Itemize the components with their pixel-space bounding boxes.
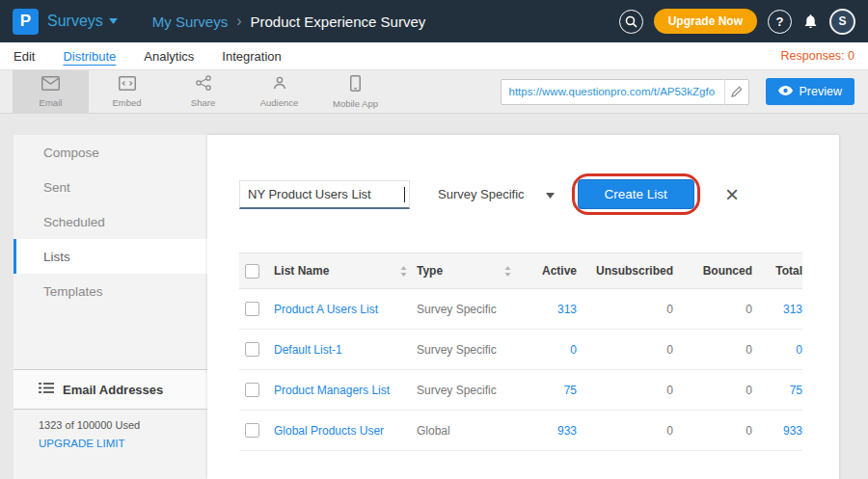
tab-analytics[interactable]: Analytics [144, 49, 194, 64]
survey-url-input[interactable] [501, 79, 749, 105]
embed-icon [119, 76, 136, 94]
create-list-button[interactable]: Create List [578, 179, 694, 209]
row-check-cell [239, 342, 274, 357]
unsubscribed-count: 0 [577, 303, 673, 316]
questionpro-logo[interactable]: P [13, 9, 39, 35]
chevron-down-icon[interactable] [109, 18, 118, 24]
breadcrumb-separator: › [236, 13, 241, 30]
product-switcher[interactable]: Surveys [47, 13, 103, 30]
row-checkbox[interactable] [245, 383, 259, 397]
bounced-count: 0 [673, 384, 752, 397]
unsubscribed-count: 0 [577, 384, 673, 397]
content-area: Compose Sent Scheduled Lists Templates E… [0, 114, 868, 479]
active-count[interactable]: 75 [521, 384, 577, 397]
bell-icon[interactable] [802, 13, 819, 30]
list-name-input[interactable] [239, 180, 410, 209]
header-label: List Name [274, 264, 329, 278]
toolbar-item-audience[interactable]: Audience [241, 70, 317, 113]
sidebar-item-compose[interactable]: Compose [14, 135, 207, 170]
table-row: Product Managers List Survey Specific 75… [239, 370, 802, 411]
upgrade-now-button[interactable]: Upgrade Now [654, 9, 757, 34]
sidebar-item-scheduled[interactable]: Scheduled [14, 204, 207, 239]
email-sidebar: Compose Sent Scheduled Lists Templates E… [14, 135, 207, 479]
edit-pencil-icon[interactable] [724, 79, 749, 105]
row-checkbox[interactable] [245, 342, 259, 357]
email-usage-text: 1323 of 100000 Used [14, 410, 207, 434]
avatar[interactable]: S [829, 9, 855, 35]
breadcrumb-current-survey: Product Experience Survey [250, 13, 425, 30]
survey-url-field-wrap [501, 79, 749, 105]
upgrade-limit-link[interactable]: UPGRADE LIMIT [14, 438, 124, 449]
help-icon[interactable]: ? [768, 10, 792, 34]
toolbar-item-mobile-app[interactable]: Mobile App [317, 70, 393, 113]
header-type[interactable]: Type [417, 264, 521, 278]
unsubscribed-count: 0 [577, 343, 673, 357]
list-name-link[interactable]: Global Products User [274, 424, 417, 438]
list-name-link[interactable]: Product A Users List [274, 303, 417, 316]
sidebar-item-lists[interactable]: Lists [14, 239, 207, 274]
distribute-toolbar: Email Embed Share Audience Mobile App [0, 70, 868, 114]
total-count[interactable]: 0 [752, 343, 802, 357]
sidebar-item-sent[interactable]: Sent [14, 170, 207, 204]
list-type-value: Survey Specific [417, 343, 521, 357]
row-checkbox[interactable] [245, 423, 259, 438]
responses-count[interactable]: Responses: 0 [781, 49, 854, 63]
sidebar-item-templates[interactable]: Templates [14, 274, 207, 308]
breadcrumb-my-surveys[interactable]: My Surveys [152, 13, 228, 30]
active-count[interactable]: 933 [521, 424, 577, 438]
lists-panel: Survey Specific Create List × List Name [207, 135, 839, 479]
list-type-value: Survey Specific [417, 303, 521, 316]
bounced-count: 0 [673, 343, 752, 357]
eye-icon [778, 85, 793, 98]
bounced-count: 0 [673, 303, 752, 316]
list-type-select[interactable]: Survey Specific [438, 187, 555, 201]
toolbar-item-share[interactable]: Share [165, 70, 241, 113]
list-name-link[interactable]: Product Managers List [274, 384, 417, 397]
table-row: Global Products User Global 933 0 0 933 [239, 411, 802, 451]
tab-edit[interactable]: Edit [14, 49, 35, 64]
active-count[interactable]: 0 [521, 343, 577, 357]
table-row: Product A Users List Survey Specific 313… [239, 289, 802, 330]
close-icon[interactable]: × [725, 183, 739, 206]
row-check-cell [239, 423, 274, 438]
search-icon[interactable] [619, 10, 643, 34]
toolbar-item-label: Mobile App [333, 98, 378, 109]
list-type-value: Survey Specific [417, 384, 521, 397]
email-icon [41, 76, 60, 94]
create-list-form: Survey Specific Create List × [239, 173, 804, 215]
toolbar-item-embed[interactable]: Embed [89, 70, 165, 113]
row-check-cell [239, 383, 274, 397]
toolbar-item-label: Embed [112, 97, 141, 108]
list-type-value: Global [417, 424, 521, 438]
mobile-app-icon [350, 75, 361, 95]
preview-button[interactable]: Preview [766, 78, 854, 105]
caret-down-icon [546, 187, 555, 201]
list-name-link[interactable]: Default List-1 [274, 343, 417, 357]
active-count[interactable]: 313 [521, 303, 577, 316]
annotation-highlight-ring: Create List [572, 173, 700, 215]
toolbar-item-email[interactable]: Email [13, 70, 89, 113]
table-row: Default List-1 Survey Specific 0 0 0 0 [239, 330, 802, 370]
toolbar-item-label: Audience [260, 97, 299, 108]
total-count[interactable]: 933 [752, 424, 802, 438]
sort-icon[interactable] [400, 266, 407, 277]
tab-distribute[interactable]: Distribute [63, 49, 116, 64]
header-list-name[interactable]: List Name [274, 264, 417, 278]
select-all-checkbox[interactable] [245, 264, 259, 279]
tab-integration[interactable]: Integration [222, 49, 281, 64]
header-unsubscribed: Unsubscribed [577, 264, 673, 278]
header-bounced: Bounced [673, 264, 752, 278]
total-count[interactable]: 75 [752, 384, 802, 397]
header-active: Active [521, 264, 577, 278]
unsubscribed-count: 0 [577, 424, 673, 438]
total-count[interactable]: 313 [752, 303, 802, 316]
share-icon [196, 75, 211, 94]
header-total: Total [752, 264, 802, 278]
breadcrumb: My Surveys › Product Experience Survey [152, 13, 425, 30]
row-checkbox[interactable] [245, 302, 259, 316]
app-window: P Surveys My Surveys › Product Experienc… [0, 0, 868, 479]
text-cursor [404, 187, 405, 202]
sort-icon[interactable] [504, 266, 511, 277]
topbar-actions: Upgrade Now ? S [619, 9, 855, 35]
top-bar: P Surveys My Surveys › Product Experienc… [0, 0, 868, 42]
